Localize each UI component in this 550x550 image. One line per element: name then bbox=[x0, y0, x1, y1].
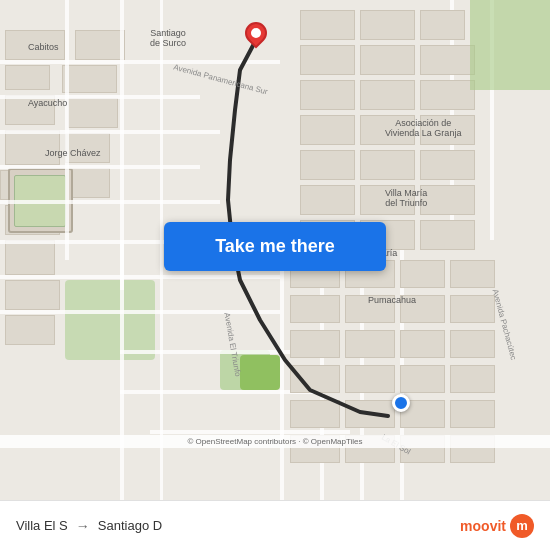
moovit-text: moovit bbox=[460, 518, 506, 534]
map-container: Cabitos Santiagode Surco Ayacucho Jorge … bbox=[0, 0, 550, 500]
origin-label: Villa El S bbox=[16, 518, 68, 533]
take-me-there-button[interactable]: Take me there bbox=[164, 222, 386, 271]
moovit-icon: m bbox=[510, 514, 534, 538]
destination-label: Santiago D bbox=[98, 518, 162, 533]
origin-pin bbox=[392, 394, 410, 412]
moovit-icon-letter: m bbox=[516, 518, 528, 533]
label-panamericana-sur: Avenida Panamericana Sur bbox=[172, 63, 268, 97]
destination-pin bbox=[245, 22, 267, 50]
bottom-bar: Villa El S → Santiago D moovit m bbox=[0, 500, 550, 550]
moovit-logo: moovit m bbox=[460, 514, 534, 538]
copyright-text: © OpenStreetMap contributors · © OpenMap… bbox=[0, 435, 550, 448]
arrow-icon: → bbox=[76, 518, 90, 534]
label-santiago-surco: Santiagode Surco bbox=[150, 28, 186, 48]
take-me-there-label: Take me there bbox=[215, 236, 335, 257]
